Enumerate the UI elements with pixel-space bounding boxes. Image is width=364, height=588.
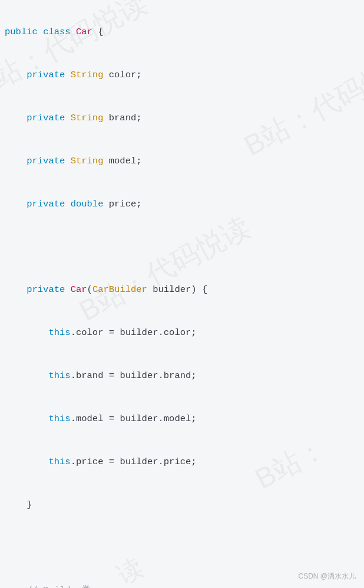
attribution-text: CSDN @洒水水儿: [298, 568, 356, 584]
code-line: private Car(CarBuilder builder) {: [5, 279, 359, 300]
code-line: this.model = builder.model;: [5, 408, 359, 429]
code-line: }: [5, 494, 359, 515]
code-block: public class Car { private String color;…: [5, 0, 359, 588]
code-line: private String color;: [5, 64, 359, 86]
code-line: [5, 537, 359, 559]
code-line: private String brand;: [5, 107, 359, 129]
code-line: this.price = builder.price;: [5, 451, 359, 472]
code-line: private double price;: [5, 193, 359, 215]
code-line: [5, 236, 359, 258]
code-line: public class Car {: [5, 21, 359, 42]
code-line: this.brand = builder.brand;: [5, 365, 359, 386]
code-line: private String model;: [5, 150, 359, 172]
code-line: this.color = builder.color;: [5, 322, 359, 343]
